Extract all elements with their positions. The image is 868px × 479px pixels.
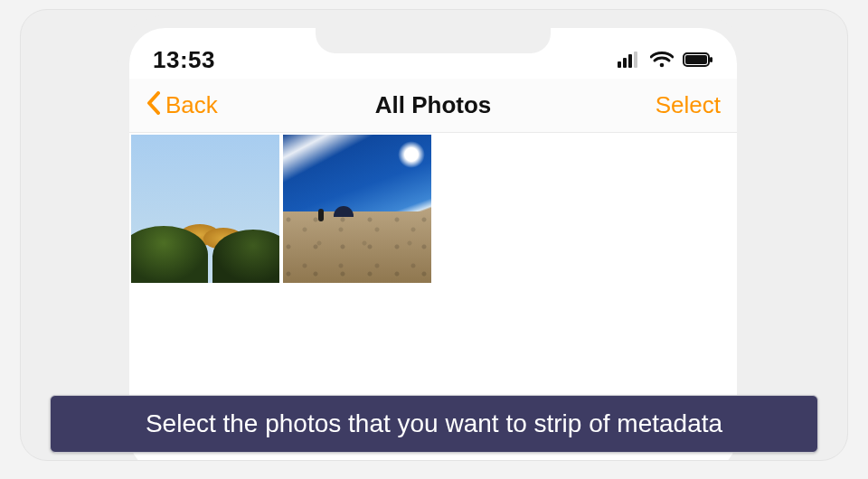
cellular-icon (618, 52, 641, 68)
svg-rect-6 (685, 55, 707, 64)
photo-image (131, 135, 279, 283)
outer-card: 13:53 (20, 9, 848, 461)
nav-bar: Back All Photos Select (129, 79, 737, 133)
phone-notch (316, 26, 551, 53)
photo-image (283, 135, 431, 283)
instruction-text: Select the photos that you want to strip… (146, 409, 722, 438)
svg-rect-2 (628, 54, 632, 68)
status-time: 13:53 (153, 33, 215, 74)
photo-grid (129, 133, 737, 285)
svg-point-4 (660, 63, 665, 68)
instruction-caption: Select the photos that you want to strip… (50, 395, 818, 453)
back-label: Back (165, 91, 218, 119)
photo-thumb-2[interactable] (283, 135, 431, 283)
wifi-icon (650, 52, 674, 68)
page-title: All Photos (375, 91, 492, 119)
select-button[interactable]: Select (656, 91, 721, 119)
back-button[interactable]: Back (146, 91, 218, 119)
svg-rect-1 (623, 58, 627, 68)
photo-thumb-1[interactable] (131, 135, 279, 283)
svg-rect-0 (618, 61, 621, 68)
svg-rect-3 (634, 52, 637, 68)
battery-icon (683, 52, 713, 68)
status-icons (618, 39, 713, 68)
chevron-left-icon (146, 91, 162, 119)
svg-rect-7 (710, 57, 712, 62)
